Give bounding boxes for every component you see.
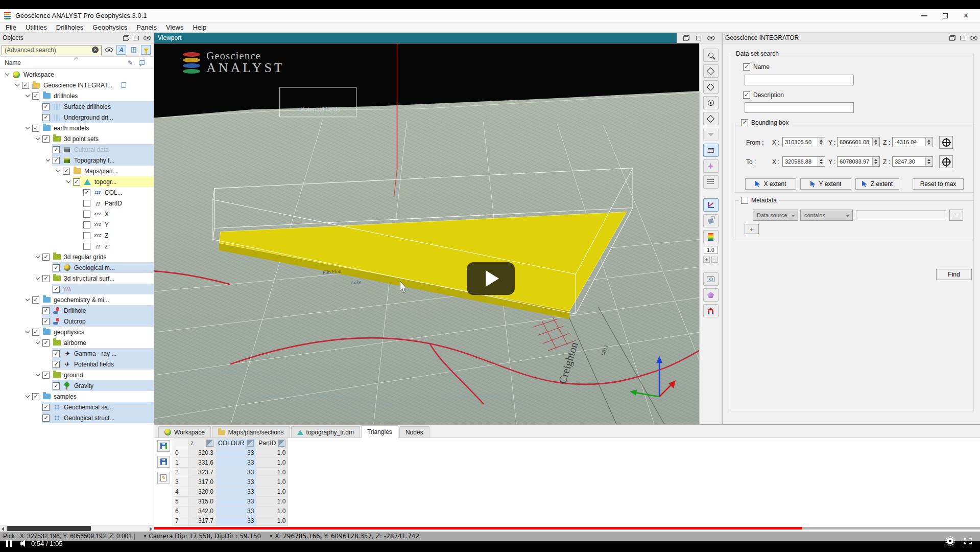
tree-item-partid[interactable]: πPartID xyxy=(0,198,154,209)
pause-button[interactable] xyxy=(6,540,12,547)
expander-icon[interactable] xyxy=(54,166,62,176)
clear-search-icon[interactable]: ✕ xyxy=(92,47,99,53)
look-at-button[interactable] xyxy=(703,96,719,109)
to-z-input[interactable]: 3247.30 xyxy=(892,156,933,167)
tree-item-drillhole[interactable]: ✓Drillhole xyxy=(0,305,154,316)
expander-icon[interactable] xyxy=(34,337,42,348)
menu-drillholes[interactable]: Drillholes xyxy=(52,22,88,32)
volume-button[interactable] xyxy=(20,540,23,547)
preview-eye-button[interactable] xyxy=(104,45,114,55)
column-header-colour[interactable]: COLOUR xyxy=(216,439,256,448)
advanced-search-input[interactable] xyxy=(2,45,102,55)
tree-item-geochemistry-mi[interactable]: ✓geochemistry & mi... xyxy=(0,294,154,305)
checkbox[interactable] xyxy=(83,200,90,207)
tree-item-potential-fields[interactable]: ✓✈Potential fields xyxy=(0,359,154,370)
table-row[interactable]: 7317.7331.0 xyxy=(173,516,288,526)
spinner[interactable] xyxy=(872,138,879,146)
checkbox[interactable]: ✓ xyxy=(42,339,50,347)
tree-item-geological-struct[interactable]: ✓Geological struct... xyxy=(0,412,154,423)
checkbox[interactable] xyxy=(83,232,90,239)
checkbox[interactable]: ✓ xyxy=(32,93,39,100)
measure-button[interactable] xyxy=(703,175,719,189)
float-panel-icon[interactable] xyxy=(683,35,689,41)
checkbox[interactable]: ✓ xyxy=(53,350,60,357)
tree-item-maps-plan[interactable]: ✓Maps/plan... xyxy=(0,166,154,176)
checkbox[interactable]: ✓ xyxy=(42,254,50,261)
add-criteria-button[interactable]: + xyxy=(745,224,759,234)
colour-map-filter-icon[interactable] xyxy=(278,440,285,447)
tab-workspace[interactable]: Workspace xyxy=(158,426,211,438)
tab-nodes[interactable]: Nodes xyxy=(399,426,429,438)
scroll-right-icon[interactable] xyxy=(150,527,152,531)
checkbox[interactable]: ✓ xyxy=(53,286,60,293)
checkbox[interactable]: ✓ xyxy=(42,307,50,314)
spinner[interactable] xyxy=(925,138,932,146)
tree-item-underground-dri[interactable]: ✓Underground dri... xyxy=(0,112,154,123)
checkbox[interactable]: ✓ xyxy=(743,91,750,99)
z-extent-button[interactable]: Z extent xyxy=(855,178,899,190)
clip-button[interactable] xyxy=(703,128,719,141)
checkbox[interactable]: ✓ xyxy=(32,329,39,336)
expander-icon[interactable] xyxy=(23,294,32,305)
orbit-button[interactable] xyxy=(703,80,719,94)
tree-item-surface-drillholes[interactable]: ✓Surface drillholes xyxy=(0,101,154,112)
expander-icon[interactable] xyxy=(44,155,52,166)
table-row[interactable]: 1331.6331.0 xyxy=(173,458,288,468)
visibility-eye-icon[interactable] xyxy=(970,36,977,40)
checkbox[interactable]: ✓ xyxy=(42,318,50,325)
colour-map-button[interactable] xyxy=(703,230,719,243)
zoom-extents-button[interactable] xyxy=(703,49,719,62)
from-z-input[interactable]: -4316.04 xyxy=(892,137,933,147)
table-row[interactable]: 6342.0331.0 xyxy=(173,507,288,516)
expander-icon[interactable] xyxy=(34,133,42,144)
checkbox[interactable]: ✓ xyxy=(73,178,80,186)
checkbox[interactable]: ✓ xyxy=(53,146,60,153)
tree-item-y[interactable]: XYZY xyxy=(0,219,154,230)
find-button[interactable]: Find xyxy=(936,269,972,280)
minimize-icon[interactable] xyxy=(921,15,927,16)
video-progress-track[interactable] xyxy=(154,527,980,530)
tree-item-geophysics[interactable]: ✓geophysics xyxy=(0,327,154,337)
checkbox[interactable]: ✓ xyxy=(53,361,60,368)
dock-panel-icon[interactable] xyxy=(960,36,965,40)
to-x-input[interactable]: 320586.88 xyxy=(782,156,825,167)
spinner[interactable] xyxy=(818,138,824,146)
checkbox[interactable]: ✓ xyxy=(22,82,29,89)
snapshot-button[interactable] xyxy=(703,272,719,286)
y-extent-button[interactable]: Y extent xyxy=(800,178,851,190)
checkbox[interactable]: ✓ xyxy=(42,135,50,143)
from-y-input[interactable]: 6066601.08 xyxy=(837,137,880,147)
maximize-icon[interactable] xyxy=(943,13,948,18)
save-button[interactable] xyxy=(157,456,170,468)
metadata-checkbox[interactable]: Metadata xyxy=(739,197,779,204)
checkbox[interactable]: ✓ xyxy=(42,372,50,379)
float-panel-icon[interactable] xyxy=(949,35,955,41)
pan-button[interactable] xyxy=(703,64,719,78)
filter-text-button[interactable]: A xyxy=(116,45,126,55)
save-all-button[interactable] xyxy=(157,440,170,452)
tree-item-z[interactable]: πz xyxy=(0,241,154,251)
tree-item-3d-regular-grids[interactable]: ✓3d regular grids xyxy=(0,251,154,262)
checkbox[interactable] xyxy=(83,221,90,228)
checkbox[interactable] xyxy=(83,211,90,218)
tab-triangles[interactable]: Triangles xyxy=(361,425,398,438)
triangles-table[interactable]: zCOLOURPartID0320.3331.01331.6331.02323.… xyxy=(173,438,288,526)
edit-pencil-icon[interactable]: ✎ xyxy=(128,59,133,66)
tree-item-x[interactable]: XYZX xyxy=(0,209,154,219)
colour-map-filter-icon[interactable] xyxy=(247,440,254,447)
checkbox[interactable]: ✓ xyxy=(42,404,50,411)
description-filter-checkbox[interactable]: ✓Description xyxy=(743,91,784,99)
checkbox[interactable]: ✓ xyxy=(741,119,748,126)
checkbox[interactable]: ✓ xyxy=(42,103,50,110)
tree-item-item[interactable]: ✓ xyxy=(0,284,154,294)
tree-item-drillholes[interactable]: ✓drillholes xyxy=(0,90,154,101)
video-play-button[interactable] xyxy=(467,262,515,295)
tree-item-topogr[interactable]: ✓topogr... xyxy=(0,176,154,187)
magnet-button[interactable] xyxy=(703,304,719,317)
3d-scene[interactable]: Creighton 0011 Flin Flon Lake xyxy=(154,43,699,424)
menu-geophysics[interactable]: Geophysics xyxy=(88,22,132,32)
colour-map-filter-icon[interactable] xyxy=(206,440,213,447)
tree-item-ground[interactable]: ✓ground xyxy=(0,370,154,380)
name-filter-input[interactable] xyxy=(745,75,854,85)
x-extent-button[interactable]: X extent xyxy=(745,178,796,190)
